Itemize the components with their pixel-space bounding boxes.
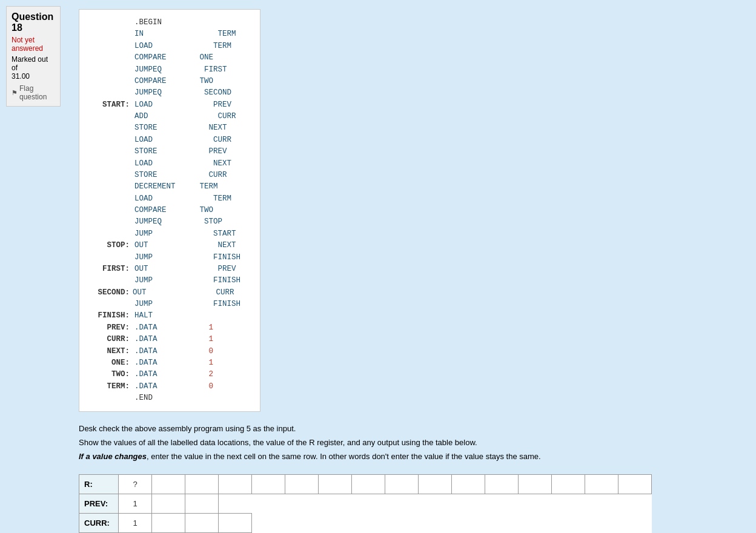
question-info-box: Question 18 Not yet answered Marked out … <box>6 6 61 107</box>
end-directive: .END <box>134 392 153 404</box>
r-cell-10[interactable] <box>419 474 452 494</box>
code-line-finish-halt: FINISH: HALT <box>89 310 250 322</box>
code-line-compare-two: COMPARE TWO <box>89 76 250 87</box>
code-line-load-curr: LOAD CURR <box>89 134 250 146</box>
code-line-compare-two2: COMPARE TWO <box>89 205 250 216</box>
code-line-in: IN TERM <box>89 28 250 40</box>
code-line-store-prev: STORE PREV <box>89 146 250 157</box>
code-line-jumpeq-second: JUMPEQ SECOND <box>89 87 250 99</box>
r-cell-6[interactable] <box>285 474 319 494</box>
curr-cell-4[interactable] <box>219 513 252 532</box>
code-line-next-data: NEXT: .DATA 0 <box>89 346 250 357</box>
code-line-jumpeq-first: JUMPEQ FIRST <box>89 64 250 76</box>
code-line-curr-data: CURR: .DATA 1 <box>89 334 250 345</box>
r-cell-7[interactable] <box>319 474 352 494</box>
not-answered-status: Not yet answered <box>12 36 55 53</box>
trace-table: R: ? PREV: 1 <box>79 474 652 533</box>
curr-input-2[interactable] <box>154 518 182 528</box>
r-input-3[interactable] <box>188 480 216 489</box>
table-row-prev: PREV: 1 <box>79 494 652 513</box>
flag-question-button[interactable]: ⚑ Flag question <box>12 84 55 101</box>
question-number: Question 18 <box>12 12 55 33</box>
r-input-14[interactable] <box>554 480 582 489</box>
code-line-one-data: ONE: .DATA 1 <box>89 357 250 369</box>
r-cell-12[interactable] <box>485 474 519 494</box>
code-line-load-term: LOAD TERM <box>89 41 250 52</box>
marked-out-info: Marked out of 31.00 <box>12 55 55 81</box>
r-cell-11[interactable] <box>452 474 485 494</box>
r-initial: ? <box>119 474 152 494</box>
sidebar: Question 18 Not yet answered Marked out … <box>0 0 67 533</box>
code-line-first-out: FIRST: OUT PREV <box>89 263 250 275</box>
curr-initial: 1 <box>119 513 152 532</box>
code-line-load-next: LOAD NEXT <box>89 158 250 170</box>
curr-input-4[interactable] <box>221 518 249 528</box>
description-block: Desk check the above assembly program us… <box>79 423 744 463</box>
r-cell-15[interactable] <box>585 474 618 494</box>
r-input-13[interactable] <box>521 480 549 489</box>
r-label: R: <box>79 474 119 494</box>
prev-initial: 1 <box>119 494 152 513</box>
r-cell-16[interactable] <box>618 474 652 494</box>
code-line-jump-finish3: JUMP FINISH <box>89 299 250 310</box>
main-content: .BEGIN IN TERM LOAD TERM COMPARE ONE JUM… <box>67 0 756 533</box>
curr-cell-3[interactable] <box>185 513 219 532</box>
prev-label: PREV: <box>79 494 119 513</box>
code-line-jumpeq-stop: JUMPEQ STOP <box>89 216 250 228</box>
code-line-add: ADD CURR <box>89 111 250 122</box>
prev-input-3[interactable] <box>188 499 216 508</box>
code-line-second-out: SECOND: OUT CURR <box>89 287 250 299</box>
begin-directive: .BEGIN <box>134 17 162 28</box>
code-line-start-load: START: LOAD PREV <box>89 99 250 111</box>
code-line-load-term2: LOAD TERM <box>89 193 250 205</box>
r-input-8[interactable] <box>354 480 382 489</box>
flag-icon: ⚑ <box>12 89 18 97</box>
code-line-compare-one: COMPARE ONE <box>89 52 250 64</box>
r-input-2[interactable] <box>154 480 182 489</box>
desc-line2: Show the values of all the labelled data… <box>79 437 744 449</box>
r-input-9[interactable] <box>388 480 416 489</box>
code-line-jump-finish1: JUMP FINISH <box>89 252 250 263</box>
r-input-10[interactable] <box>421 480 449 489</box>
code-line-jump-start: JUMP START <box>89 228 250 240</box>
code-line-jump-finish2: JUMP FINISH <box>89 275 250 286</box>
table-row-curr: CURR: 1 <box>79 513 652 532</box>
r-cell-4[interactable] <box>219 474 252 494</box>
r-input-11[interactable] <box>454 480 482 489</box>
curr-label: CURR: <box>79 513 119 532</box>
r-cell-8[interactable] <box>352 474 385 494</box>
code-line-stop-out: STOP: OUT NEXT <box>89 240 250 251</box>
desc-bold: If a value changes <box>79 452 147 461</box>
prev-cell-3[interactable] <box>185 494 219 513</box>
r-input-16[interactable] <box>621 480 649 489</box>
r-input-12[interactable] <box>488 480 516 489</box>
r-input-6[interactable] <box>288 480 316 489</box>
prev-input-2[interactable] <box>154 499 182 508</box>
end-directive-line: .END <box>89 392 250 404</box>
r-cell-13[interactable] <box>519 474 552 494</box>
r-input-5[interactable] <box>254 480 282 489</box>
prev-cell-2[interactable] <box>152 494 185 513</box>
r-cell-2[interactable] <box>152 474 185 494</box>
r-cell-9[interactable] <box>385 474 419 494</box>
curr-cell-2[interactable] <box>152 513 185 532</box>
r-input-7[interactable] <box>321 480 349 489</box>
code-line-store-next: STORE NEXT <box>89 122 250 134</box>
r-cell-3[interactable] <box>185 474 219 494</box>
r-cell-5[interactable] <box>252 474 285 494</box>
assembly-code-block: .BEGIN IN TERM LOAD TERM COMPARE ONE JUM… <box>79 9 260 412</box>
code-line-decrement: DECREMENT TERM <box>89 181 250 193</box>
r-cell-14[interactable] <box>552 474 585 494</box>
code-line-store-curr: STORE CURR <box>89 170 250 181</box>
table-row-r: R: ? <box>79 474 652 494</box>
curr-input-3[interactable] <box>188 518 216 528</box>
r-input-4[interactable] <box>221 480 249 489</box>
code-line-term-data: TERM: .DATA 0 <box>89 381 250 392</box>
code-line-two-data: TWO: .DATA 2 <box>89 369 250 380</box>
r-input-15[interactable] <box>588 480 615 489</box>
desc-line1: Desk check the above assembly program us… <box>79 423 744 435</box>
desc-line3: If a value changes, enter the value in t… <box>79 451 744 463</box>
code-line-prev-data: PREV: .DATA 1 <box>89 322 250 334</box>
